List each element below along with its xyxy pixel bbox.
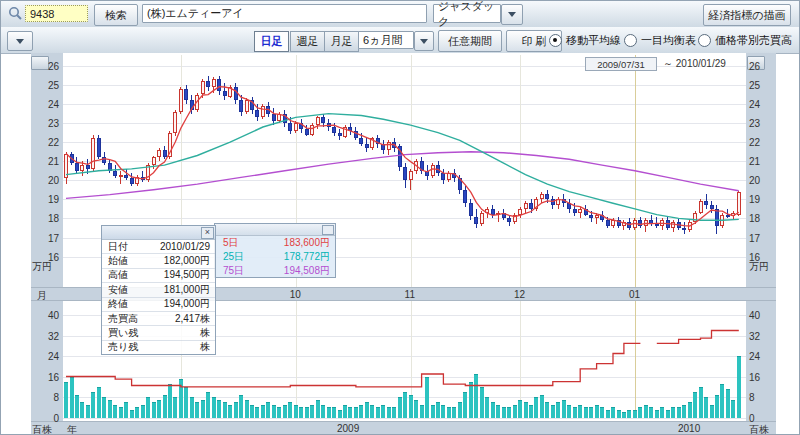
quote-label: 終値 [108, 297, 128, 311]
economic-indicator-button[interactable]: 経済指標の描画 [703, 4, 791, 26]
volume-bar [255, 407, 259, 418]
candlestick [425, 171, 429, 177]
volume-bar [86, 405, 90, 418]
candlestick [228, 87, 232, 97]
price-tick-label: 25 [749, 80, 760, 91]
quote-value: 2,417株 [175, 312, 210, 326]
price-gridline [63, 161, 746, 162]
tab-月足[interactable]: 月足 [324, 31, 359, 52]
candlestick [551, 199, 555, 205]
price-tick-label: 21 [33, 156, 59, 167]
volume-axis-unit: 百株 [32, 423, 52, 435]
candlestick [277, 114, 281, 122]
close-icon[interactable]: × [201, 227, 214, 239]
volume-bar [447, 407, 451, 418]
price-gridline [63, 218, 746, 219]
volume-bar [234, 402, 238, 418]
volume-bar [463, 392, 467, 418]
radio-icon[interactable] [624, 34, 637, 47]
radio-価格帯別売買高[interactable]: 価格帯別売買高 [698, 33, 792, 48]
tab-日足[interactable]: 日足 [254, 31, 289, 52]
candlestick [534, 199, 538, 209]
quote-row-安値: 安値181,000円 [102, 283, 215, 297]
market-select[interactable]: ジャスダック [433, 4, 501, 23]
volume-bar [195, 402, 199, 418]
volume-bar [152, 402, 156, 418]
quote-label: 始値 [108, 254, 128, 268]
volume-bar [606, 410, 610, 418]
candlestick [179, 89, 183, 112]
volume-bar [573, 407, 577, 418]
search-button[interactable]: 検索 [94, 4, 138, 26]
price-tick-label: 26 [33, 61, 59, 72]
market-select-arrow-button[interactable] [501, 4, 523, 25]
price-tick-label: 20 [33, 175, 59, 186]
candlestick [627, 222, 631, 228]
volume-bar [666, 410, 670, 418]
candlestick [124, 175, 128, 179]
candlestick [452, 173, 456, 179]
volume-bar [720, 384, 724, 418]
minimize-icon[interactable] [322, 225, 334, 235]
candle-wick [656, 217, 657, 228]
price-tick-label: 24 [33, 99, 59, 110]
range-select[interactable]: 6ヵ月間 [358, 31, 414, 49]
radio-移動平均線[interactable]: 移動平均線 [549, 33, 621, 48]
volume-bar [343, 405, 347, 418]
date-from-field[interactable]: 2009/07/31 [585, 57, 657, 71]
stock-code-value: 9438 [30, 8, 54, 20]
radio-label: 移動平均線 [566, 33, 621, 48]
volume-bar [715, 395, 719, 419]
volume-bar [704, 397, 708, 418]
volume-bar [617, 410, 621, 418]
candlestick [288, 123, 292, 131]
volume-bar [381, 405, 385, 418]
stock-code-input[interactable]: 9438 [25, 5, 88, 22]
volume-tick-label: 24 [749, 351, 760, 362]
price-tick-label: 18 [749, 213, 760, 224]
volume-bar [245, 400, 249, 418]
price-gridline [63, 104, 746, 105]
candlestick [584, 209, 588, 215]
candlestick [436, 165, 440, 173]
radio-icon[interactable] [698, 34, 711, 47]
candlestick [589, 215, 593, 219]
candlestick [294, 123, 298, 131]
ma-legend-box: 5日183,600円25日178,772円75日194,508円 [214, 223, 336, 278]
candlestick [502, 213, 506, 219]
panel-collapse-button[interactable] [7, 31, 33, 51]
volume-bar [660, 407, 664, 418]
custom-period-button[interactable]: 任意期間 [438, 30, 502, 52]
volume-bar [91, 392, 95, 418]
candlestick [348, 127, 352, 131]
price-tick-label: 19 [33, 194, 59, 205]
radio-一目均衡表[interactable]: 一目均衡表 [624, 33, 696, 48]
radio-icon[interactable] [549, 34, 562, 47]
candlestick [622, 222, 626, 226]
volume-bar [420, 405, 424, 418]
stock-chart-window: 9438 検索 (株)エムティーアイ ジャスダック 経済指標の描画 日足週足月足… [0, 0, 800, 435]
candlestick [441, 173, 445, 181]
quote-row-始値: 始値182,000円 [102, 254, 215, 268]
volume-bar [699, 387, 703, 418]
volume-bar [321, 405, 325, 418]
price-tick-label: 24 [749, 99, 760, 110]
candlestick [245, 100, 249, 111]
price-tick-label: 18 [33, 213, 59, 224]
volume-bar [562, 400, 566, 418]
candlestick [726, 215, 730, 217]
radio-label: 一目均衡表 [641, 33, 696, 48]
month-gridline [296, 301, 297, 418]
tab-週足[interactable]: 週足 [290, 31, 325, 52]
candlestick [617, 220, 621, 226]
stock-name-field[interactable]: (株)エムティーアイ [142, 4, 427, 23]
volume-bar [239, 395, 243, 419]
price-tick-label: 23 [749, 118, 760, 129]
volume-bar [655, 410, 659, 418]
candlestick [201, 81, 205, 94]
candlestick [496, 213, 500, 215]
volume-bar [414, 400, 418, 418]
candlestick [611, 220, 615, 226]
ma-legend-value: 183,600円 [284, 236, 330, 250]
range-select-arrow-button[interactable] [414, 31, 434, 51]
